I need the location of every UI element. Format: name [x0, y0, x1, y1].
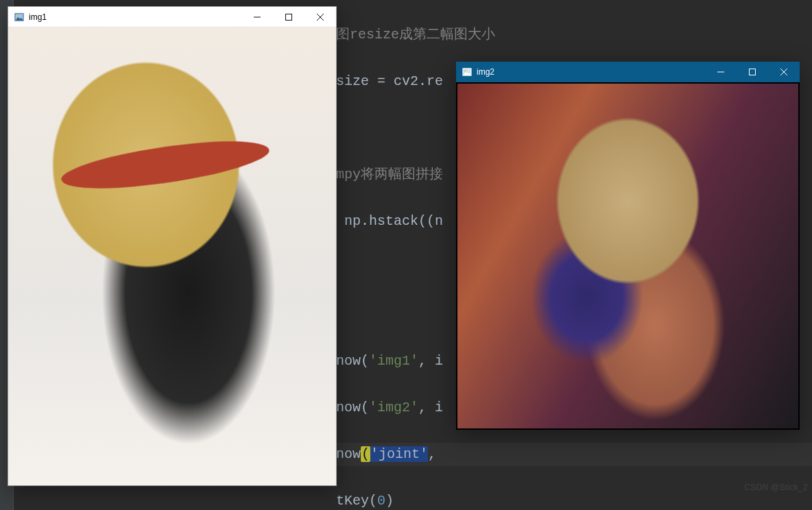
- image-icon: [14, 12, 25, 23]
- minimize-button[interactable]: [241, 7, 273, 27]
- titlebar-img1[interactable]: img1: [8, 7, 336, 27]
- window-title: img2: [477, 67, 494, 77]
- window-title: img1: [29, 12, 47, 22]
- code-line: 图resize成第二幅图大小: [336, 23, 812, 47]
- code-line: tKey(0): [336, 489, 812, 510]
- close-button[interactable]: [768, 62, 800, 82]
- selected-text: 'joint': [370, 446, 428, 462]
- matched-paren-open: (: [361, 446, 370, 462]
- image-icon: [462, 66, 473, 77]
- maximize-button[interactable]: [273, 7, 304, 27]
- code-line-active: now('joint',: [336, 443, 812, 466]
- maximize-button[interactable]: [737, 62, 768, 82]
- svg-point-2: [16, 14, 19, 16]
- comment-text: mpy将两幅图拼接: [336, 167, 443, 182]
- image-content-lena: [457, 84, 798, 428]
- comment-text: 图resize成第二幅图大小: [336, 27, 495, 42]
- close-button[interactable]: [304, 7, 336, 27]
- titlebar-img2[interactable]: img2: [456, 62, 800, 82]
- watermark-text: CSDN @Stick_2: [744, 483, 808, 492]
- svg-rect-6: [750, 69, 756, 75]
- window-img1-content: [8, 27, 336, 485]
- minimize-button[interactable]: [705, 62, 737, 82]
- window-img1[interactable]: img1: [8, 6, 337, 486]
- svg-rect-3: [286, 14, 292, 20]
- svg-point-5: [464, 70, 466, 72]
- image-content-luffy: [8, 27, 336, 485]
- window-img2-content: [456, 82, 800, 430]
- window-img2[interactable]: img2: [456, 62, 800, 430]
